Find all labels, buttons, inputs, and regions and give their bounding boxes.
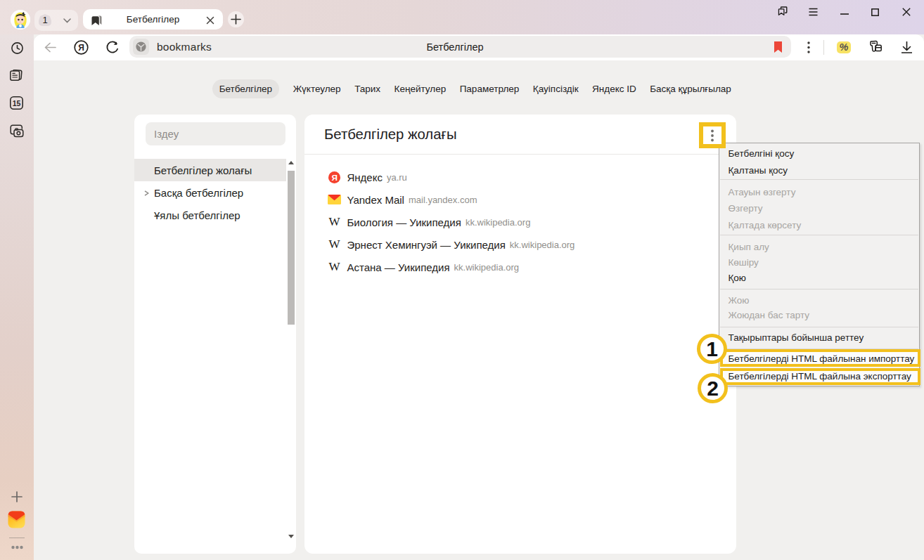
svg-text:15: 15 [13,99,21,108]
svg-text:Я: Я [78,43,84,53]
svg-text:Я: Я [331,172,337,182]
